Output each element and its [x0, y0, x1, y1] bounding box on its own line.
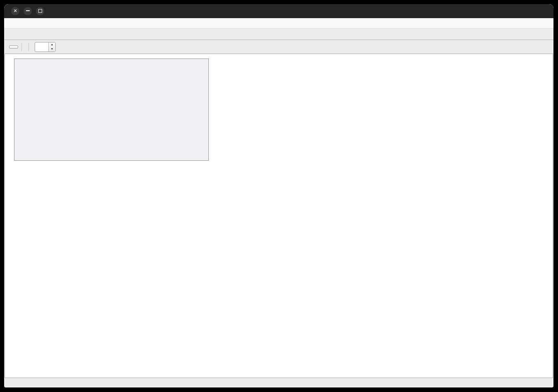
export-as-button[interactable]: [9, 45, 18, 49]
chart-legend: [14, 59, 209, 161]
toolbar-separator: [21, 43, 22, 51]
spinbox-arrows[interactable]: ▲ ▼: [48, 42, 55, 52]
toolbar: ▲ ▼: [4, 40, 553, 54]
memory-chart[interactable]: [5, 54, 553, 378]
spin-up-icon[interactable]: ▲: [49, 42, 55, 47]
title-bar: ✕: [4, 4, 553, 18]
stacked-diagrams-spinbox[interactable]: ▲ ▼: [35, 42, 56, 52]
window-title: [4, 4, 553, 18]
tab-bar: [4, 28, 553, 40]
menu-bar: [4, 18, 553, 28]
app-window: ✕ ▲ ▼: [4, 4, 553, 387]
stacked-diagrams-value[interactable]: [35, 42, 48, 52]
spin-down-icon[interactable]: ▼: [49, 47, 55, 52]
toolbar-separator: [28, 43, 29, 51]
